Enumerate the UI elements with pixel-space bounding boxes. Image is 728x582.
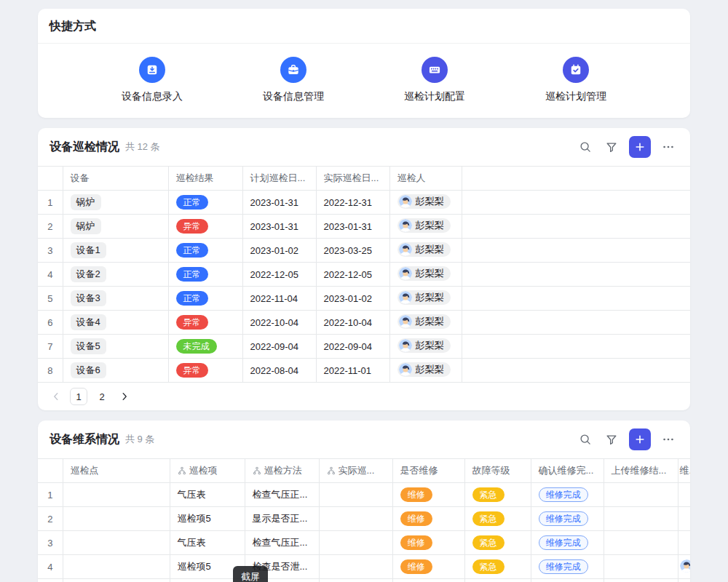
- cell-confirm[interactable]: 维修完成: [531, 483, 604, 507]
- cell-result[interactable]: 异常: [168, 311, 242, 335]
- row-number[interactable]: 3: [38, 239, 63, 263]
- cell-extra[interactable]: [678, 507, 690, 531]
- cell-level[interactable]: 紧急: [464, 531, 531, 555]
- row-number[interactable]: 1: [38, 483, 63, 507]
- column-header-point[interactable]: 巡检点: [63, 459, 170, 483]
- filter-icon[interactable]: [601, 137, 622, 157]
- row-number[interactable]: 8: [38, 359, 63, 383]
- column-header-upload[interactable]: 上传维修结...: [604, 459, 678, 483]
- cell-confirm[interactable]: 维修完成: [531, 555, 604, 579]
- shortcut-plan-config[interactable]: 巡检计划配置: [364, 57, 505, 103]
- column-header-level[interactable]: 故障等级: [464, 459, 531, 483]
- cell-upload[interactable]: [604, 531, 678, 555]
- cell-item[interactable]: 气压表: [170, 483, 245, 507]
- cell-planned-date[interactable]: 2022-12-05: [242, 263, 316, 287]
- cell-inspector[interactable]: 彭梨梨: [389, 191, 462, 215]
- more-icon[interactable]: [658, 137, 678, 157]
- cell-item[interactable]: 巡检项5: [170, 507, 245, 531]
- column-header-confirm[interactable]: 确认维修完...: [531, 459, 604, 483]
- cell-method[interactable]: 显示是否正...: [245, 507, 319, 531]
- page-1-button[interactable]: 1: [70, 388, 87, 405]
- cell-planned-date[interactable]: 2022-08-04: [242, 359, 316, 383]
- cell-inspector[interactable]: 彭梨梨: [389, 311, 462, 335]
- cell-repair[interactable]: 维修: [392, 507, 464, 531]
- cell-actual-date[interactable]: 2022-10-04: [316, 311, 389, 335]
- shortcut-plan-manage[interactable]: 巡检计划管理: [505, 57, 646, 103]
- add-record-button[interactable]: [629, 428, 651, 450]
- cell-point[interactable]: [63, 483, 170, 507]
- cell-result[interactable]: 正常: [168, 287, 242, 311]
- row-number[interactable]: 3: [38, 531, 63, 555]
- cell-actual[interactable]: [319, 555, 392, 579]
- cell-inspector[interactable]: 彭梨梨: [389, 287, 462, 311]
- column-header-actual[interactable]: 实际巡检日...: [316, 167, 389, 191]
- cell-device[interactable]: 锅炉: [63, 191, 168, 215]
- cell-confirm[interactable]: 维修完成: [531, 579, 604, 582]
- row-number[interactable]: 5: [38, 579, 63, 582]
- cell-result[interactable]: 未完成: [168, 335, 242, 359]
- column-header-planned[interactable]: 计划巡检日...: [242, 167, 316, 191]
- cell-device[interactable]: 锅炉: [63, 215, 168, 239]
- cell-inspector[interactable]: 彭梨梨: [389, 359, 462, 383]
- cell-inspector[interactable]: 彭梨梨: [389, 335, 462, 359]
- cell-item[interactable]: 气压表: [170, 531, 245, 555]
- cell-planned-date[interactable]: 2023-01-02: [242, 239, 316, 263]
- row-number[interactable]: 7: [38, 335, 63, 359]
- cell-actual-date[interactable]: 2022-09-04: [316, 335, 389, 359]
- cell-planned-date[interactable]: 2023-01-31: [242, 215, 316, 239]
- cell-actual[interactable]: [319, 507, 392, 531]
- cell-repair[interactable]: 维修: [392, 531, 464, 555]
- cell-device[interactable]: 设备6: [63, 359, 168, 383]
- cell-confirm[interactable]: 维修完成: [531, 531, 604, 555]
- cell-actual-date[interactable]: 2023-01-02: [316, 287, 389, 311]
- search-icon[interactable]: [575, 429, 596, 450]
- cell-actual-date[interactable]: 2022-12-05: [316, 263, 389, 287]
- cell-extra[interactable]: [678, 531, 690, 555]
- column-header-repair[interactable]: 是否维修: [392, 459, 464, 483]
- cell-result[interactable]: 正常: [168, 239, 242, 263]
- row-number[interactable]: 6: [38, 311, 63, 335]
- cell-point[interactable]: [63, 507, 170, 531]
- cell-planned-date[interactable]: 2023-01-31: [242, 191, 316, 215]
- shortcut-device-entry[interactable]: 设备信息录入: [82, 57, 223, 103]
- cell-level[interactable]: 紧急: [464, 555, 531, 579]
- cell-inspector[interactable]: 彭梨梨: [389, 263, 462, 287]
- column-header-method[interactable]: 巡检方法: [245, 459, 319, 483]
- cell-upload[interactable]: [604, 555, 678, 579]
- cell-extra[interactable]: [678, 483, 690, 507]
- cell-device[interactable]: 设备2: [63, 263, 168, 287]
- cell-actual[interactable]: [319, 483, 392, 507]
- cell-planned-date[interactable]: 2022-10-04: [242, 311, 316, 335]
- row-number-header[interactable]: [38, 167, 63, 191]
- cell-actual[interactable]: [319, 531, 392, 555]
- cell-upload[interactable]: [604, 579, 678, 582]
- more-icon[interactable]: [658, 429, 678, 450]
- cell-upload[interactable]: [604, 507, 678, 531]
- cell-result[interactable]: 正常: [168, 191, 242, 215]
- cell-method[interactable]: 检查气压正...: [245, 531, 319, 555]
- column-header-item[interactable]: 巡检项: [170, 459, 245, 483]
- search-icon[interactable]: [575, 137, 596, 157]
- cell-upload[interactable]: [604, 483, 678, 507]
- cell-confirm[interactable]: 维修完成: [531, 507, 604, 531]
- column-header-extra[interactable]: 维...: [678, 459, 690, 483]
- cell-device[interactable]: 设备1: [63, 239, 168, 263]
- next-page-button[interactable]: [116, 388, 132, 404]
- cell-actual-date[interactable]: 2023-01-31: [316, 215, 389, 239]
- cell-actual[interactable]: [319, 579, 392, 582]
- filter-icon[interactable]: [601, 429, 622, 450]
- cell-device[interactable]: 设备5: [63, 335, 168, 359]
- cell-inspector[interactable]: 彭梨梨: [389, 239, 462, 263]
- row-number[interactable]: 4: [38, 555, 63, 579]
- cell-method[interactable]: 检查气压正...: [245, 483, 319, 507]
- page-2-button[interactable]: 2: [93, 388, 111, 405]
- cell-repair[interactable]: 维修: [392, 579, 464, 582]
- cell-point[interactable]: [63, 579, 170, 582]
- cell-inspector[interactable]: 彭梨梨: [389, 215, 462, 239]
- cell-result[interactable]: 正常: [168, 263, 242, 287]
- column-header-device[interactable]: 设备: [63, 167, 168, 191]
- row-number[interactable]: 4: [38, 263, 63, 287]
- shortcut-device-manage[interactable]: 设备信息管理: [223, 57, 364, 103]
- cell-result[interactable]: 异常: [168, 215, 242, 239]
- cell-extra[interactable]: [678, 579, 690, 582]
